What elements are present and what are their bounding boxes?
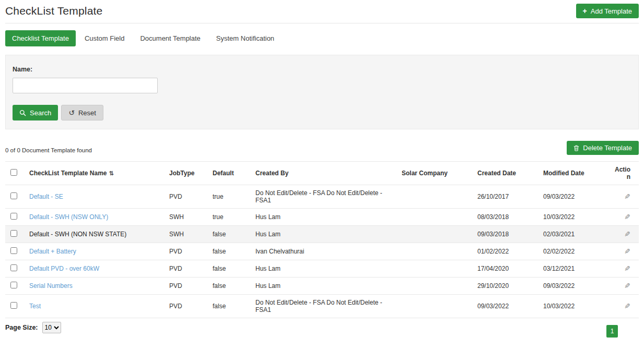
row-checkbox-cell: [5, 185, 25, 209]
reset-icon: ↺: [68, 109, 75, 116]
cell-jobtype: SWH: [165, 209, 208, 226]
row-checkbox[interactable]: [10, 247, 17, 254]
cell-created-by: Hus Lam: [251, 260, 397, 277]
row-checkbox-cell: [5, 209, 25, 226]
search-panel: Name: Search ↺ Reset: [5, 55, 639, 129]
page: CheckList Template + Add Template Checkl…: [0, 0, 644, 337]
add-template-label: Add Template: [591, 8, 632, 15]
edit-icon[interactable]: ✎: [624, 213, 630, 221]
cell-jobtype: PVD: [165, 277, 208, 295]
template-name-link[interactable]: Test: [29, 303, 41, 310]
cell-solar-company: [397, 185, 473, 209]
row-checkbox[interactable]: [10, 230, 17, 237]
table-row: Default - SWH (NON NSW STATE) SWH false …: [5, 226, 639, 243]
tab-document-template[interactable]: Document Template: [133, 30, 207, 46]
page-title: CheckList Template: [5, 5, 102, 17]
row-checkbox[interactable]: [10, 192, 17, 199]
cell-modified-date: 10/03/2022: [539, 209, 610, 226]
cell-action: ✎: [610, 277, 639, 295]
cell-created-date: 09/03/2018: [473, 226, 539, 243]
row-checkbox[interactable]: [10, 282, 17, 288]
cell-default: false: [208, 226, 251, 243]
cell-name: Serial Numbers: [25, 277, 165, 295]
edit-icon[interactable]: ✎: [624, 282, 630, 290]
tab-custom-field[interactable]: Custom Field: [78, 30, 132, 46]
cell-solar-company: [397, 295, 473, 318]
delete-template-button[interactable]: Delete Template: [567, 141, 639, 155]
cell-name: Default - SE: [25, 185, 165, 209]
row-checkbox-cell: [5, 295, 25, 318]
name-input[interactable]: [13, 78, 158, 93]
table-row: Default - SWH (NSW ONLY) SWH true Hus La…: [5, 209, 639, 226]
table-row: Test PVD false Do Not Edit/Delete - FSA …: [5, 295, 639, 318]
cell-modified-date: 09/03/2022: [539, 277, 610, 295]
cell-modified-date: 02/02/2022: [539, 243, 610, 260]
edit-icon[interactable]: ✎: [624, 264, 630, 273]
template-name-link[interactable]: Default - SWH (NON NSW STATE): [29, 231, 126, 238]
cell-solar-company: [397, 277, 473, 295]
search-panel-buttons: Search ↺ Reset: [13, 105, 631, 120]
search-button-label: Search: [30, 110, 51, 116]
row-checkbox-cell: [5, 277, 25, 295]
page-size-control: Page Size: 10: [5, 318, 61, 333]
tab-checklist-template[interactable]: Checklist Template: [5, 30, 76, 46]
add-template-button[interactable]: + Add Template: [576, 4, 639, 18]
cell-modified-date: 09/03/2022: [539, 185, 610, 209]
cell-action: ✎: [610, 295, 639, 318]
header-created-date: Created Date: [473, 162, 539, 185]
header-solar-company: Solar Company: [397, 162, 473, 185]
page-size-label: Page Size:: [5, 324, 38, 331]
edit-icon[interactable]: ✎: [624, 302, 630, 310]
cell-jobtype: PVD: [165, 185, 208, 209]
cell-name: Default - SWH (NSW ONLY): [25, 209, 165, 226]
cell-created-date: 29/10/2020: [473, 277, 539, 295]
reset-button[interactable]: ↺ Reset: [61, 105, 103, 120]
row-checkbox-cell: [5, 260, 25, 277]
row-checkbox[interactable]: [10, 264, 17, 271]
cell-modified-date: 02/03/2021: [539, 226, 610, 243]
cell-solar-company: [397, 260, 473, 277]
page-1-button[interactable]: 1: [606, 325, 618, 337]
tab-bar: Checklist Template Custom Field Document…: [5, 30, 639, 46]
cell-default: true: [208, 209, 251, 226]
header-jobtype: JobType: [165, 162, 208, 185]
edit-icon[interactable]: ✎: [624, 247, 630, 256]
cell-solar-company: [397, 209, 473, 226]
trash-icon: [573, 145, 579, 151]
page-header: CheckList Template + Add Template: [5, 0, 639, 23]
cell-default: false: [208, 243, 251, 260]
page-size-select[interactable]: 10: [42, 322, 61, 333]
header-name: CheckList Template Name⇅: [25, 162, 165, 185]
select-all-checkbox[interactable]: [10, 169, 17, 176]
row-checkbox[interactable]: [10, 302, 17, 309]
cell-action: ✎: [610, 226, 639, 243]
table-row: Default PVD - over 60kW PVD false Hus La…: [5, 260, 639, 277]
cell-created-by: Hus Lam: [251, 226, 397, 243]
header-name-label: CheckList Template Name: [29, 170, 107, 177]
edit-icon[interactable]: ✎: [624, 192, 630, 201]
template-name-link[interactable]: Serial Numbers: [29, 282, 73, 289]
cell-created-date: 09/03/2022: [473, 295, 539, 318]
plus-icon: +: [583, 7, 587, 15]
tab-system-notification[interactable]: System Notification: [209, 30, 281, 46]
cell-created-by: Hus Lam: [251, 209, 397, 226]
cell-solar-company: [397, 226, 473, 243]
header-created-by: Created By: [251, 162, 397, 185]
reset-button-label: Reset: [78, 110, 96, 116]
cell-action: ✎: [610, 209, 639, 226]
template-name-link[interactable]: Default - SE: [29, 193, 63, 200]
template-name-link[interactable]: Default - SWH (NSW ONLY): [29, 213, 108, 221]
cell-created-date: 17/04/2020: [473, 260, 539, 277]
template-name-link[interactable]: Default + Battery: [29, 248, 76, 255]
row-checkbox-cell: [5, 226, 25, 243]
sort-icon[interactable]: ⇅: [109, 170, 114, 176]
cell-created-date: 26/10/2017: [473, 185, 539, 209]
cell-jobtype: PVD: [165, 243, 208, 260]
template-name-link[interactable]: Default PVD - over 60kW: [29, 265, 99, 272]
cell-default: false: [208, 295, 251, 318]
cell-created-date: 01/02/2022: [473, 243, 539, 260]
edit-icon[interactable]: ✎: [624, 230, 630, 238]
table-body: Default - SE PVD true Do Not Edit/Delete…: [5, 185, 639, 318]
row-checkbox[interactable]: [10, 213, 17, 220]
search-button[interactable]: Search: [13, 105, 58, 120]
